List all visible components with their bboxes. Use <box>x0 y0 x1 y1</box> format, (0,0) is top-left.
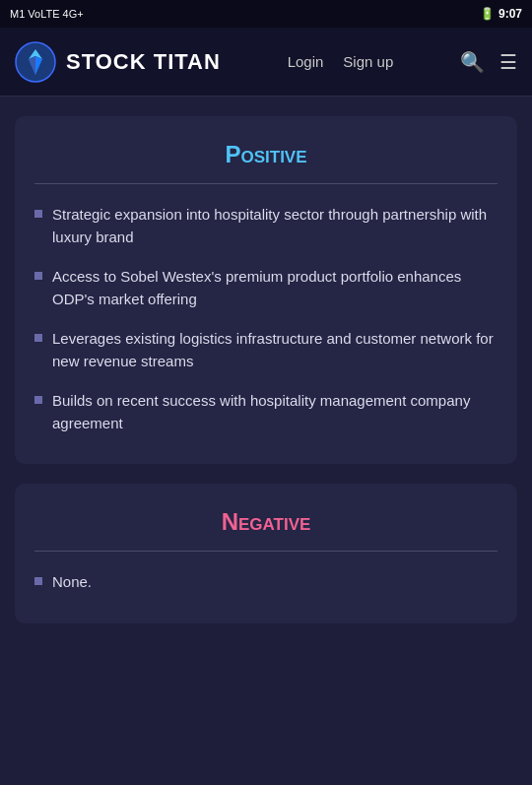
list-item-text: Leverages existing logistics infrastruct… <box>52 328 498 372</box>
list-item: Builds on recent success with hospitalit… <box>34 390 498 434</box>
list-item-text: None. <box>52 571 92 594</box>
negative-section-card: Negative None. <box>15 484 517 623</box>
positive-title: Positive <box>34 141 498 168</box>
list-item: Leverages existing logistics infrastruct… <box>34 328 498 372</box>
positive-divider <box>34 183 498 184</box>
bullet-icon <box>34 396 42 404</box>
navbar: STOCK TITAN Login Sign up 🔍 ☰ <box>0 28 532 97</box>
negative-title: Negative <box>34 508 498 536</box>
carrier-info: M1 VoLTE 4G+ <box>10 8 84 20</box>
list-item: None. <box>34 571 498 594</box>
menu-button[interactable]: ☰ <box>499 50 517 74</box>
bullet-icon <box>34 334 42 342</box>
signup-link[interactable]: Sign up <box>343 53 393 70</box>
bullet-icon <box>34 577 42 585</box>
search-button[interactable]: 🔍 <box>460 50 485 74</box>
positive-list: Strategic expansion into hospitality sec… <box>34 204 498 434</box>
list-item-text: Builds on recent success with hospitalit… <box>52 390 498 434</box>
logo-icon <box>15 41 56 83</box>
positive-section-card: Positive Strategic expansion into hospit… <box>15 116 517 464</box>
logo-text: STOCK TITAN <box>66 49 221 75</box>
status-bar: M1 VoLTE 4G+ 🔋 9:07 <box>0 0 532 28</box>
list-item: Access to Sobel Westex's premium product… <box>34 266 498 310</box>
list-item-text: Access to Sobel Westex's premium product… <box>52 266 498 310</box>
list-item-text: Strategic expansion into hospitality sec… <box>52 204 498 248</box>
negative-divider <box>34 551 498 552</box>
bullet-icon <box>34 210 42 218</box>
status-left: M1 VoLTE 4G+ <box>10 8 84 20</box>
time-display: 9:07 <box>499 7 522 21</box>
battery-icon: 🔋 <box>480 7 495 21</box>
list-item: Strategic expansion into hospitality sec… <box>34 204 498 248</box>
nav-icons: 🔍 ☰ <box>460 50 517 74</box>
nav-links: Login Sign up <box>288 53 394 70</box>
main-content: Positive Strategic expansion into hospit… <box>0 97 532 785</box>
bullet-icon <box>34 272 42 280</box>
login-link[interactable]: Login <box>288 53 324 70</box>
negative-list: None. <box>34 571 498 594</box>
logo-area: STOCK TITAN <box>15 41 221 83</box>
status-right: 🔋 9:07 <box>480 7 522 21</box>
